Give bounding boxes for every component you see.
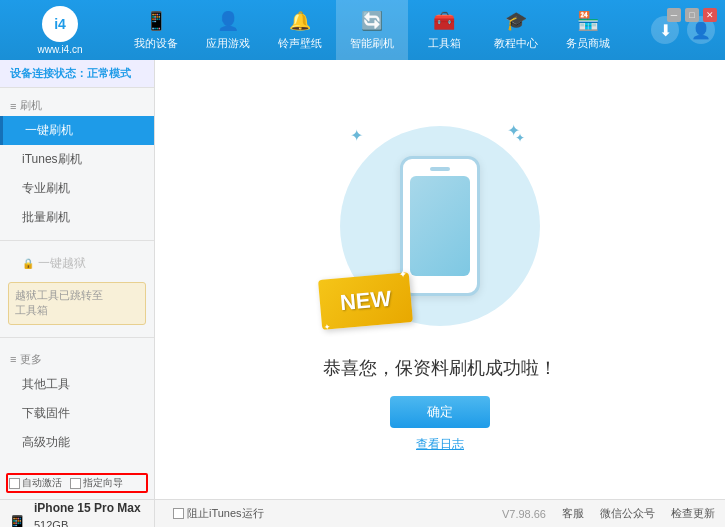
logo-area: i4 www.i4.cn [0, 0, 120, 60]
version-text: V7.98.66 [502, 508, 546, 520]
sidebar-group-more: ≡ 更多 [0, 346, 154, 370]
device-row: 📱 iPhone 15 Pro Max 512GB iPhone [6, 495, 148, 527]
phone-screen [410, 176, 470, 276]
itunes-label: 阻止iTunes运行 [187, 506, 264, 521]
new-badge: NEW ✦ ✦ [320, 276, 411, 326]
device-info: iPhone 15 Pro Max 512GB iPhone [34, 499, 141, 527]
nav-bar: 📱 我的设备 👤 应用游戏 🔔 铃声壁纸 🔄 智能刷机 🧰 工具箱 🎓 教程中心… [120, 0, 651, 60]
new-badge-text: NEW [339, 286, 392, 315]
nav-toolbox[interactable]: 🧰 工具箱 [408, 0, 480, 60]
nav-ringtone-label: 铃声壁纸 [278, 36, 322, 51]
sidebar-section-flash: ≡ 刷机 一键刷机 iTunes刷机 专业刷机 批量刷机 [0, 88, 154, 236]
bottom-bar: 自动激活 指定向导 📱 iPhone 15 Pro Max 512GB iPho… [0, 499, 725, 527]
log-link[interactable]: 查看日志 [416, 436, 464, 453]
phone-notch [430, 167, 450, 171]
sparkle1: ✦ [350, 126, 363, 145]
logo-subtitle: www.i4.cn [37, 44, 82, 55]
device-phone-icon: 📱 [6, 514, 28, 528]
check-update-link[interactable]: 检查更新 [671, 506, 715, 521]
sidebar-item-other-tools[interactable]: 其他工具 [0, 370, 154, 399]
sidebar-item-batch-flash[interactable]: 批量刷机 [0, 203, 154, 232]
main-content: ✦ ✦ ✦ NEW ✦ ✦ 恭喜您，保资料刷机成功啦！ 确定 查看日志 [155, 60, 725, 499]
wechat-link[interactable]: 微信公众号 [600, 506, 655, 521]
nav-smart-flash-label: 智能刷机 [350, 36, 394, 51]
nav-smart-flash[interactable]: 🔄 智能刷机 [336, 0, 408, 60]
nav-app-game-label: 应用游戏 [206, 36, 250, 51]
sidebar-section-more: ≡ 更多 其他工具 下载固件 高级功能 [0, 342, 154, 461]
tutorial-icon: 🎓 [505, 10, 527, 32]
device-storage: 512GB [34, 517, 141, 527]
status-value: 正常模式 [87, 67, 131, 79]
nav-app-game[interactable]: 👤 应用游戏 [192, 0, 264, 60]
auto-activate-label: 自动激活 [22, 476, 62, 490]
toolbox-icon: 🧰 [433, 10, 455, 32]
sidebar-item-pro-flash[interactable]: 专业刷机 [0, 174, 154, 203]
divider1 [0, 240, 154, 241]
itunes-checkbox[interactable] [173, 508, 184, 519]
checkbox-row: 自动激活 指定向导 [9, 476, 145, 490]
device-name: iPhone 15 Pro Max [34, 499, 141, 517]
new-badge-inner: NEW ✦ ✦ [318, 272, 413, 330]
checkbox-group: 自动激活 指定向导 [6, 473, 148, 493]
bottom-sidebar-section: 自动激活 指定向导 📱 iPhone 15 Pro Max 512GB iPho… [0, 500, 155, 527]
sidebar: 设备连接状态：正常模式 ≡ 刷机 一键刷机 iTunes刷机 专业刷机 批量刷机… [0, 60, 155, 499]
nav-tutorial-label: 教程中心 [494, 36, 538, 51]
phone-shape [400, 156, 480, 296]
sidebar-item-download-firmware[interactable]: 下载固件 [0, 399, 154, 428]
smart-flash-icon: 🔄 [361, 10, 383, 32]
window-controls: ─ □ ✕ [667, 8, 717, 22]
sidebar-jailbreak-disabled: 🔒 一键越狱 [0, 249, 154, 278]
nav-my-device[interactable]: 📱 我的设备 [120, 0, 192, 60]
sparkle3: ✦ [515, 131, 525, 145]
divider2 [0, 337, 154, 338]
nav-service[interactable]: 🏪 务员商城 [552, 0, 624, 60]
itunes-row: 阻止iTunes运行 [165, 506, 264, 521]
guided-activate-box[interactable] [70, 478, 81, 489]
nav-service-label: 务员商城 [566, 36, 610, 51]
maximize-button[interactable]: □ [685, 8, 699, 22]
sidebar-item-advanced[interactable]: 高级功能 [0, 428, 154, 457]
auto-activate-checkbox[interactable]: 自动激活 [9, 476, 62, 490]
minimize-button[interactable]: ─ [667, 8, 681, 22]
bottom-main-section: 阻止iTunes运行 V7.98.66 客服 微信公众号 检查更新 [155, 500, 725, 527]
logo-icon: i4 [42, 6, 78, 42]
my-device-icon: 📱 [145, 10, 167, 32]
status-label: 设备连接状态： [10, 67, 87, 79]
sidebar-group-flash: ≡ 刷机 [0, 92, 154, 116]
guided-activate-checkbox[interactable]: 指定向导 [70, 476, 123, 490]
sidebar-item-onekey-flash[interactable]: 一键刷机 [0, 116, 154, 145]
auto-activate-box[interactable] [9, 478, 20, 489]
confirm-button[interactable]: 确定 [390, 396, 490, 428]
close-button[interactable]: ✕ [703, 8, 717, 22]
ringtone-icon: 🔔 [289, 10, 311, 32]
main-layout: 设备连接状态：正常模式 ≡ 刷机 一键刷机 iTunes刷机 专业刷机 批量刷机… [0, 60, 725, 499]
phone-illustration: ✦ ✦ ✦ NEW ✦ ✦ [330, 106, 550, 346]
kefu-link[interactable]: 客服 [562, 506, 584, 521]
sidebar-item-itunes-flash[interactable]: iTunes刷机 [0, 145, 154, 174]
nav-tutorial[interactable]: 🎓 教程中心 [480, 0, 552, 60]
app-game-icon: 👤 [217, 10, 239, 32]
success-title: 恭喜您，保资料刷机成功啦！ [323, 356, 557, 380]
sidebar-notice: 越狱工具已跳转至工具箱 [8, 282, 146, 325]
sidebar-status: 设备连接状态：正常模式 [0, 60, 154, 88]
service-icon: 🏪 [577, 10, 599, 32]
nav-ringtone[interactable]: 🔔 铃声壁纸 [264, 0, 336, 60]
nav-toolbox-label: 工具箱 [428, 36, 461, 51]
sidebar-section-jailbreak: 🔒 一键越狱 越狱工具已跳转至工具箱 [0, 245, 154, 333]
guided-activate-label: 指定向导 [83, 476, 123, 490]
nav-my-device-label: 我的设备 [134, 36, 178, 51]
